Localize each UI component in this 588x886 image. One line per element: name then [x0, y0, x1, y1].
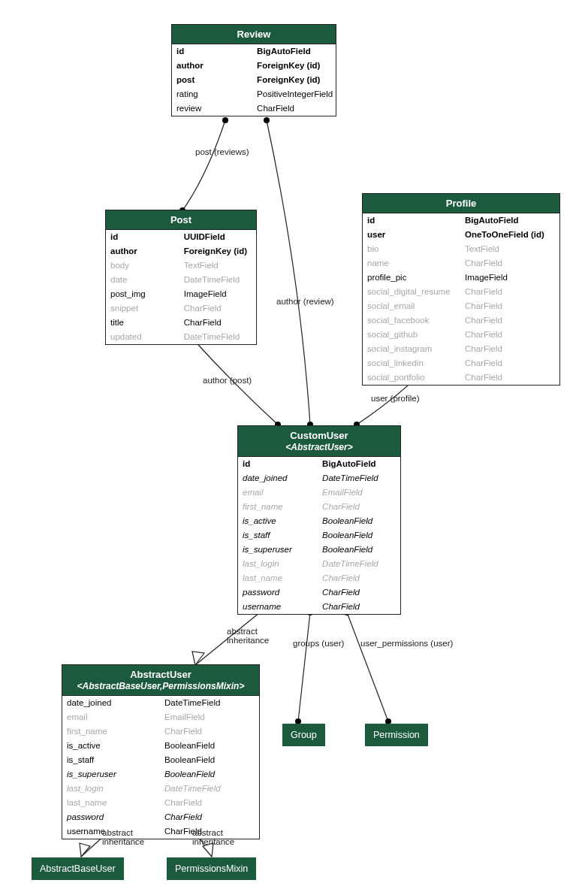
field-row: userOneToOneField (id) — [363, 228, 559, 242]
field-row: last_loginDateTimeField — [238, 557, 400, 571]
entity-post: Post idUUIDFieldauthorForeignKey (id)bod… — [105, 210, 257, 345]
entity-review: Review idBigAutoFieldauthorForeignKey (i… — [171, 24, 336, 116]
field-row: authorForeignKey (id) — [106, 244, 256, 259]
field-row: bioTextField — [363, 242, 559, 256]
label-abs-inh-2: abstract inheritance — [102, 828, 144, 846]
svg-point-2 — [264, 117, 270, 123]
field-row: post_imgImageField — [106, 287, 256, 301]
box-abstractbaseuser: AbstractBaseUser — [32, 857, 124, 880]
field-row: social_linkedinCharField — [363, 356, 559, 370]
entity-title: Profile — [363, 194, 559, 213]
field-row: social_githubCharField — [363, 328, 559, 342]
field-row: is_staffBooleanField — [62, 753, 259, 767]
field-row: nameCharField — [363, 256, 559, 271]
field-row: updatedDateTimeField — [106, 330, 256, 344]
field-row: reviewCharField — [172, 101, 336, 116]
field-row: idUUIDField — [106, 230, 256, 244]
entity-fields: idBigAutoFieldauthorForeignKey (id)postF… — [172, 44, 336, 116]
field-row: date_joinedDateTimeField — [238, 471, 400, 485]
field-row: idBigAutoField — [363, 213, 559, 228]
entity-fields: idBigAutoFielddate_joinedDateTimeFieldem… — [238, 457, 400, 614]
field-row: social_instagramCharField — [363, 342, 559, 356]
erd-canvas: Review idBigAutoFieldauthorForeignKey (i… — [0, 0, 588, 886]
field-row: social_portfolioCharField — [363, 370, 559, 385]
field-row: last_nameCharField — [62, 796, 259, 810]
field-row: idBigAutoField — [172, 44, 336, 59]
field-row: social_digital_resumeCharField — [363, 285, 559, 299]
field-row: postForeignKey (id) — [172, 73, 336, 87]
field-row: first_nameCharField — [238, 500, 400, 514]
field-row: last_nameCharField — [238, 571, 400, 585]
label-abs-inh-3: abstract inheritance — [192, 828, 234, 846]
box-group: Group — [282, 724, 325, 746]
label-post-reviews: post (reviews) — [195, 147, 249, 156]
field-row: social_facebookCharField — [363, 313, 559, 328]
field-row: authorForeignKey (id) — [172, 59, 336, 73]
field-row: social_emailCharField — [363, 299, 559, 313]
entity-customuser: CustomUser <AbstractUser> idBigAutoField… — [237, 425, 401, 615]
label-author-review: author (review) — [276, 297, 334, 306]
field-row: is_activeBooleanField — [238, 514, 400, 528]
svg-point-0 — [222, 117, 228, 123]
field-row: snippetCharField — [106, 301, 256, 316]
field-row: titleCharField — [106, 316, 256, 330]
field-row: bodyTextField — [106, 259, 256, 273]
entity-title: AbstractUser <AbstractBaseUser,Permissio… — [62, 665, 259, 696]
field-row: passwordCharField — [62, 810, 259, 824]
entity-fields: idBigAutoFielduserOneToOneField (id)bioT… — [363, 213, 559, 385]
field-row: dateDateTimeField — [106, 273, 256, 287]
label-abs-inh-1: abstract inheritance — [227, 627, 269, 645]
entity-title: Post — [106, 210, 256, 230]
field-row: profile_picImageField — [363, 271, 559, 285]
field-row: is_superuserBooleanField — [238, 543, 400, 557]
field-row: date_joinedDateTimeField — [62, 696, 259, 710]
field-row: emailEmailField — [62, 710, 259, 724]
entity-abstractuser: AbstractUser <AbstractBaseUser,Permissio… — [62, 664, 260, 839]
entity-fields: date_joinedDateTimeFieldemailEmailFieldf… — [62, 696, 259, 839]
svg-marker-8 — [192, 652, 204, 665]
box-permission: Permission — [365, 724, 428, 746]
box-permissionsmixin: PermissionsMixin — [167, 857, 256, 880]
field-row: emailEmailField — [238, 485, 400, 500]
field-row: first_nameCharField — [62, 724, 259, 739]
label-user-perms: user_permissions (user) — [360, 639, 453, 648]
entity-fields: idUUIDFieldauthorForeignKey (id)bodyText… — [106, 230, 256, 344]
field-row: is_staffBooleanField — [238, 528, 400, 543]
field-row: last_loginDateTimeField — [62, 782, 259, 796]
field-row: passwordCharField — [238, 585, 400, 600]
entity-title: CustomUser <AbstractUser> — [238, 426, 400, 457]
entity-profile: Profile idBigAutoFielduserOneToOneField … — [362, 193, 560, 386]
field-row: is_superuserBooleanField — [62, 767, 259, 782]
field-row: usernameCharField — [238, 600, 400, 614]
field-row: ratingPositiveIntegerField — [172, 87, 336, 101]
field-row: is_activeBooleanField — [62, 739, 259, 753]
label-groups-user: groups (user) — [293, 639, 344, 648]
label-user-profile: user (profile) — [371, 394, 420, 403]
entity-title: Review — [172, 25, 336, 44]
field-row: idBigAutoField — [238, 457, 400, 471]
svg-marker-13 — [80, 843, 90, 857]
label-author-post: author (post) — [203, 376, 252, 385]
